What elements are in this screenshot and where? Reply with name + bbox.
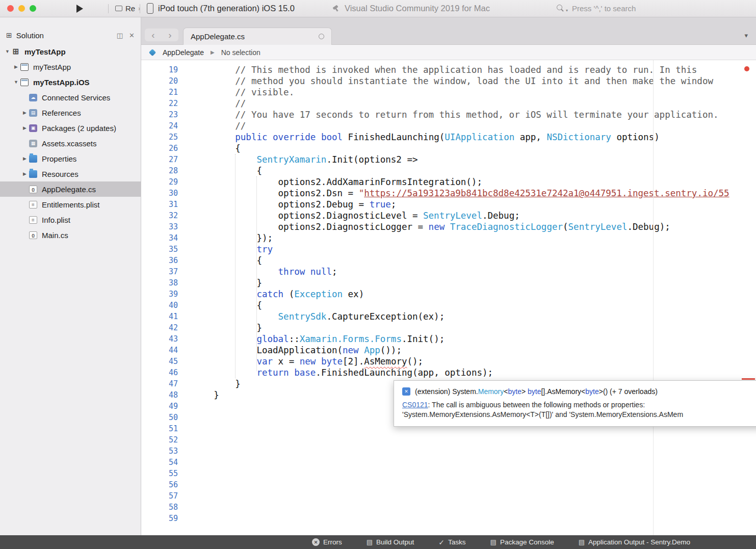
navigate-back-button[interactable]: ‹	[145, 29, 162, 41]
tree-item-assets-xcassets[interactable]: ▦Assets.xcassets	[0, 136, 141, 151]
line-number[interactable]: 49	[141, 401, 186, 412]
code-line-58[interactable]: 58	[141, 502, 756, 513]
code-line-25[interactable]: 25 public override bool FinishedLaunchin…	[141, 132, 756, 143]
line-number[interactable]: 53	[141, 446, 186, 457]
code-line-32[interactable]: 32 options2.DiagnosticLevel = SentryLeve…	[141, 210, 756, 221]
line-number[interactable]: 37	[141, 266, 186, 277]
close-window-button[interactable]	[7, 5, 14, 12]
code-line-40[interactable]: 40 {	[141, 300, 756, 311]
tab-appdelegate[interactable]: AppDelegate.cs	[183, 28, 332, 45]
code-line-44[interactable]: 44 LoadApplication(new App());	[141, 345, 756, 356]
code-line-21[interactable]: 21 // visible.	[141, 87, 756, 98]
code-line-30[interactable]: 30 options2.Dsn = "https://5a193123a9b84…	[141, 188, 756, 199]
code-line-45[interactable]: 45 var x = new byte[2].AsMemory();	[141, 356, 756, 367]
code-line-27[interactable]: 27 SentryXamarin.Init(options2 =>	[141, 154, 756, 165]
code-line-54[interactable]: 54	[141, 457, 756, 468]
tree-item-info-plist[interactable]: ≡Info.plist	[0, 212, 141, 227]
tree-item-appdelegate-cs[interactable]: {}AppDelegate.cs	[0, 181, 141, 197]
code-line-35[interactable]: 35 try	[141, 244, 756, 255]
expand-icon[interactable]: ▶	[20, 156, 29, 161]
line-number[interactable]: 31	[141, 199, 186, 210]
tree-item-properties[interactable]: ▶Properties	[0, 151, 141, 166]
code-line-23[interactable]: 23 // You have 17 seconds to return from…	[141, 109, 756, 120]
tree-item-references[interactable]: ▶▤References	[0, 105, 141, 120]
line-number[interactable]: 58	[141, 502, 186, 513]
line-number[interactable]: 41	[141, 311, 186, 322]
error-overview-mark[interactable]	[742, 378, 755, 380]
statusbar-package-console[interactable]: ▤Package Console	[490, 538, 554, 546]
line-number[interactable]: 36	[141, 255, 186, 266]
minimize-window-button[interactable]	[18, 5, 25, 12]
line-number[interactable]: 51	[141, 423, 186, 434]
code-line-20[interactable]: 20 // method you should instantiate the …	[141, 75, 756, 87]
expand-icon[interactable]: ▶	[20, 125, 29, 130]
dock-icon[interactable]: ◫	[117, 32, 123, 39]
line-number[interactable]: 23	[141, 109, 186, 120]
line-number[interactable]: 22	[141, 98, 186, 109]
zoom-window-button[interactable]	[30, 5, 36, 12]
tree-item-main-cs[interactable]: {}Main.cs	[0, 227, 141, 243]
line-number[interactable]: 54	[141, 457, 186, 468]
tree-item-entitlements-plist[interactable]: ≡Entitlements.plist	[0, 197, 141, 212]
code-line-33[interactable]: 33 options2.DiagnosticLogger = new Trace…	[141, 221, 756, 232]
statusbar-application-output-sentry-demo[interactable]: ▤Application Output - Sentry.Demo	[579, 538, 690, 546]
code-line-36[interactable]: 36 {	[141, 255, 756, 266]
line-number[interactable]: 25	[141, 132, 186, 143]
tree-item-mytestapp-ios[interactable]: ▼myTestApp.iOS	[0, 74, 141, 90]
line-number[interactable]: 40	[141, 300, 186, 311]
tab-list-dropdown-icon[interactable]: ▾	[744, 32, 748, 39]
line-number[interactable]: 56	[141, 479, 186, 490]
line-number[interactable]: 39	[141, 289, 186, 300]
navigate-forward-button[interactable]: ›	[162, 29, 178, 41]
code-line-38[interactable]: 38 }	[141, 277, 756, 289]
device-selector[interactable]: iPod touch (7th generation) iOS 15.0	[147, 0, 295, 17]
statusbar-tasks[interactable]: ✓Tasks	[438, 538, 465, 546]
code-line-24[interactable]: 24 //	[141, 120, 756, 132]
line-number[interactable]: 19	[141, 64, 186, 75]
line-number[interactable]: 28	[141, 165, 186, 176]
line-number[interactable]: 26	[141, 143, 186, 154]
line-number[interactable]: 33	[141, 221, 186, 232]
line-number[interactable]: 46	[141, 367, 186, 378]
line-number[interactable]: 32	[141, 210, 186, 221]
line-number[interactable]: 30	[141, 188, 186, 199]
tree-item-connected-services[interactable]: ☁Connected Services	[0, 90, 141, 105]
code-line-22[interactable]: 22 //	[141, 98, 756, 109]
line-number[interactable]: 24	[141, 120, 186, 132]
tree-item-mytestapp[interactable]: ▼⊞myTestApp	[0, 44, 141, 59]
tree-item-mytestapp[interactable]: ▶myTestApp	[0, 59, 141, 74]
line-number[interactable]: 43	[141, 333, 186, 345]
code-line-41[interactable]: 41 SentrySdk.CaptureException(ex);	[141, 311, 756, 322]
expand-icon[interactable]: ▶	[20, 171, 29, 176]
collapse-icon[interactable]: ▼	[12, 80, 20, 85]
line-number[interactable]: 45	[141, 356, 186, 367]
close-icon[interactable]: ✕	[129, 32, 135, 39]
code-line-53[interactable]: 53	[141, 446, 756, 457]
tab-modified-icon[interactable]	[319, 34, 324, 39]
line-number[interactable]: 35	[141, 244, 186, 255]
code-line-55[interactable]: 55	[141, 468, 756, 479]
code-line-19[interactable]: 19 // This method is invoked when the ap…	[141, 64, 756, 75]
line-number[interactable]: 38	[141, 277, 186, 289]
line-number[interactable]: 50	[141, 412, 186, 423]
code-line-43[interactable]: 43 global::Xamarin.Forms.Forms.Init();	[141, 333, 756, 345]
line-number[interactable]: 55	[141, 468, 186, 479]
code-line-28[interactable]: 28 {	[141, 165, 756, 176]
breadcrumb-member[interactable]: No selection	[221, 48, 260, 57]
code-line-31[interactable]: 31 options2.Debug = true;	[141, 199, 756, 210]
line-number[interactable]: 59	[141, 513, 186, 524]
line-number[interactable]: 34	[141, 232, 186, 244]
expand-icon[interactable]: ▶	[12, 64, 20, 69]
code-line-34[interactable]: 34 });	[141, 232, 756, 244]
code-line-29[interactable]: 29 options2.AddXamarinFormsIntegration()…	[141, 176, 756, 188]
collapse-icon[interactable]: ▼	[3, 49, 12, 54]
build-configuration-selector[interactable]: Re ›	[115, 0, 140, 17]
line-number[interactable]: 44	[141, 345, 186, 356]
tree-item-packages-2-updates[interactable]: ▶▣Packages (2 updates)	[0, 120, 141, 136]
code-line-59[interactable]: 59	[141, 513, 756, 524]
line-number[interactable]: 47	[141, 378, 186, 389]
search-field[interactable]: ▾ Press '^,' to search	[557, 0, 636, 17]
line-number[interactable]: 21	[141, 87, 186, 98]
code-line-42[interactable]: 42 }	[141, 322, 756, 333]
code-line-57[interactable]: 57	[141, 490, 756, 502]
